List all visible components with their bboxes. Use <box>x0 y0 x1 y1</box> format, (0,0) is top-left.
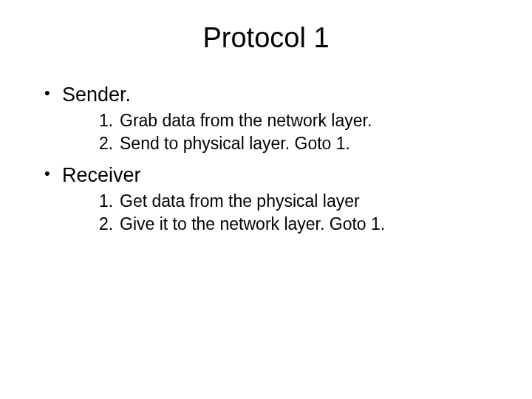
list-item: 1. Grab data from the network layer. <box>99 111 502 131</box>
step-number: 1. <box>99 191 113 211</box>
step-text: Grab data from the network layer. <box>120 111 372 130</box>
step-text: Get data from the physical layer <box>120 191 360 211</box>
list-item: 2. Send to physical layer. Goto 1. <box>99 134 502 154</box>
section-label: Receiver <box>62 164 141 186</box>
step-text: Send to physical layer. Goto 1. <box>120 134 350 153</box>
step-number: 2. <box>99 214 113 234</box>
content-list: Sender. 1. Grab data from the network la… <box>30 83 502 234</box>
step-text: Give it to the network layer. Goto 1. <box>120 214 385 233</box>
slide-title: Protocol 1 <box>30 22 502 54</box>
list-item: 1. Get data from the physical layer <box>99 191 502 211</box>
sender-steps: 1. Grab data from the network layer. 2. … <box>62 111 502 154</box>
list-item: 2. Give it to the network layer. Goto 1. <box>99 214 502 234</box>
section-receiver: Receiver 1. Get data from the physical l… <box>44 164 502 234</box>
section-label: Sender. <box>62 83 131 106</box>
step-number: 2. <box>99 134 113 154</box>
step-number: 1. <box>99 111 113 131</box>
section-sender: Sender. 1. Grab data from the network la… <box>44 83 502 154</box>
receiver-steps: 1. Get data from the physical layer 2. G… <box>62 191 502 234</box>
